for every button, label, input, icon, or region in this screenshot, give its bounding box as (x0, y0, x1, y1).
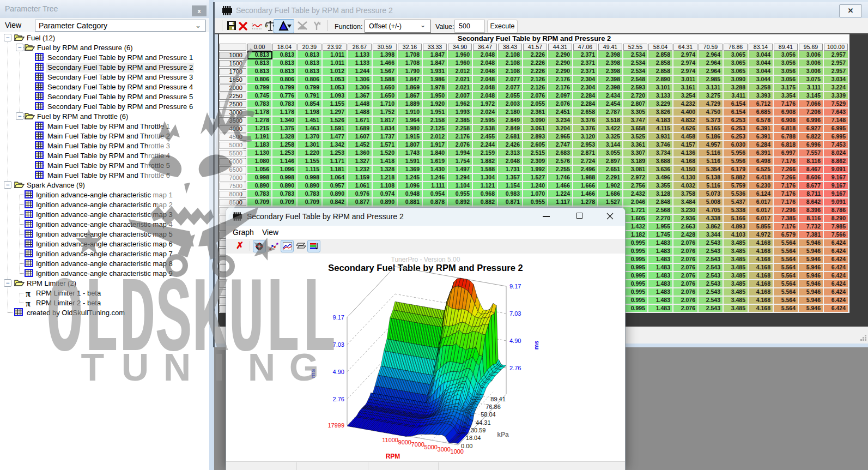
svg-text:7000: 7000 (411, 441, 424, 448)
svg-text:ms: ms (533, 341, 539, 350)
svg-text:3000: 3000 (438, 446, 451, 453)
svg-text:76.86: 76.86 (485, 403, 501, 410)
svg-text:ms: ms (309, 369, 316, 378)
svg-text:58.04: 58.04 (481, 411, 496, 418)
svg-text:9000: 9000 (398, 439, 411, 445)
svg-text:7.03: 7.03 (333, 341, 344, 348)
svg-text:5000: 5000 (424, 444, 438, 450)
svg-text:17999: 17999 (327, 422, 344, 429)
svg-text:4.90: 4.90 (333, 369, 344, 375)
svg-text:kPa: kPa (497, 431, 509, 438)
svg-text:89.41: 89.41 (490, 396, 506, 402)
svg-text:4.90: 4.90 (509, 338, 521, 344)
svg-text:RPM: RPM (386, 453, 400, 460)
svg-text:11000: 11000 (382, 437, 398, 443)
svg-text:9.17: 9.17 (509, 283, 521, 290)
svg-text:30.59: 30.59 (471, 427, 486, 433)
svg-text:0.00: 0.00 (461, 443, 472, 449)
svg-text:9.17: 9.17 (333, 314, 344, 321)
svg-text:7.03: 7.03 (509, 310, 521, 317)
svg-text:44.31: 44.31 (476, 419, 491, 426)
svg-text:2.76: 2.76 (509, 365, 521, 371)
svg-text:2.76: 2.76 (333, 396, 344, 402)
svg-text:18.04: 18.04 (466, 435, 481, 441)
svg-text:I: I (214, 346, 224, 389)
